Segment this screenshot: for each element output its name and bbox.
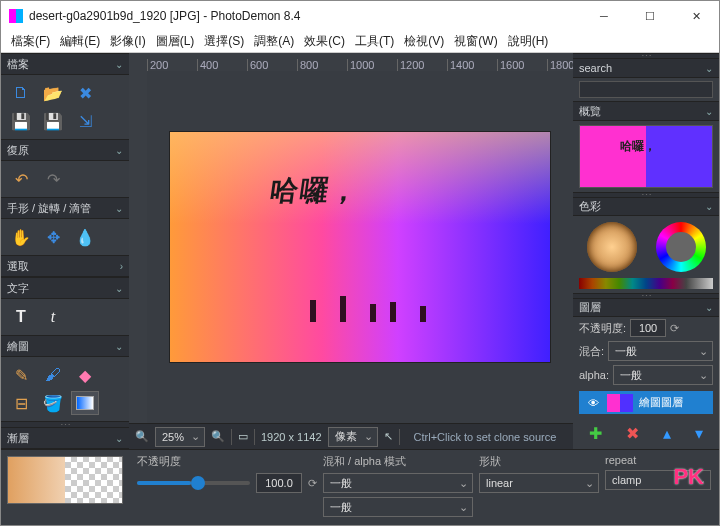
left-toolbox: 檔案⌄ 🗋 📂 ✖ 💾 💾 ⇲ 復原⌄ ↶ ↷ 手形 / 旋轉 / 滴管⌄ ✋ … <box>1 53 129 449</box>
delete-layer-button[interactable]: ✖ <box>626 424 639 443</box>
menu-effects[interactable]: 效果(C) <box>300 31 349 52</box>
gradient-tool[interactable] <box>71 391 99 415</box>
menu-adjust[interactable]: 調整(A) <box>250 31 298 52</box>
zoom-combo[interactable]: 25% <box>155 427 205 447</box>
zoom-in-button[interactable]: 🔍 <box>211 430 225 443</box>
undo-button[interactable]: ↶ <box>7 167 35 191</box>
eyedropper-tool[interactable]: 💧 <box>71 225 99 249</box>
layer-down-button[interactable]: ▾ <box>695 424 703 443</box>
layer-item[interactable]: 👁 繪圖圖層 <box>579 391 713 414</box>
gradient-panel-header[interactable]: 漸層⌄ <box>1 427 129 449</box>
save-as-button[interactable]: 💾 <box>39 109 67 133</box>
paint-panel-header[interactable]: 繪圖⌄ <box>1 335 129 357</box>
units-combo[interactable]: 像素 <box>328 427 378 447</box>
overview-panel-header[interactable]: 概覽⌄ <box>573 101 719 120</box>
chevron-down-icon: ⌄ <box>705 302 713 313</box>
opacity-slider[interactable]: ⟳ <box>137 473 317 493</box>
chevron-down-icon: ⌄ <box>115 59 123 70</box>
gradient-preview[interactable] <box>1 450 129 525</box>
color-swatches[interactable] <box>579 278 713 288</box>
tool-options-bar: 不透明度 ⟳ 混和 / alpha 模式 一般 一般 形狀 linear rep… <box>1 449 719 525</box>
chevron-down-icon: ⌄ <box>115 145 123 156</box>
color-panel-header[interactable]: 色彩⌄ <box>573 197 719 216</box>
repeat-label: repeat <box>605 454 711 466</box>
maximize-button[interactable]: ☐ <box>627 1 673 31</box>
menu-tools[interactable]: 工具(T) <box>351 31 398 52</box>
opacity-slider-icon[interactable]: ⟳ <box>670 322 679 335</box>
app-icon <box>9 9 23 23</box>
titlebar: desert-g0a2901b9d_1920 [JPG] - PhotoDemo… <box>1 1 719 31</box>
chevron-down-icon: ⌄ <box>705 106 713 117</box>
text-fancy-tool[interactable]: t <box>39 305 67 329</box>
chevron-down-icon: ⌄ <box>115 203 123 214</box>
blendmode-label: 混和 / alpha 模式 <box>323 454 473 469</box>
menu-file[interactable]: 檔案(F) <box>7 31 54 52</box>
chevron-down-icon: ⌄ <box>705 63 713 74</box>
select-panel-header[interactable]: 選取› <box>1 255 129 277</box>
ruler-vertical <box>129 71 147 423</box>
alpha-combo[interactable]: 一般 <box>613 365 713 385</box>
menu-edit[interactable]: 編輯(E) <box>56 31 104 52</box>
shape-label: 形狀 <box>479 454 599 469</box>
menu-view[interactable]: 檢視(V) <box>400 31 448 52</box>
redo-button[interactable]: ↷ <box>39 167 67 191</box>
layers-panel-header[interactable]: 圖層⌄ <box>573 298 719 317</box>
export-button[interactable]: ⇲ <box>71 109 99 133</box>
center-area: 20040060080010001200140016001800 哈囉， 🔍 2 <box>129 53 573 449</box>
nav-panel-header[interactable]: 手形 / 旋轉 / 滴管⌄ <box>1 197 129 219</box>
fit-button[interactable]: ▭ <box>238 430 248 443</box>
new-file-button[interactable]: 🗋 <box>7 81 35 105</box>
add-layer-button[interactable]: ✚ <box>589 424 602 443</box>
text-tool[interactable]: T <box>7 305 35 329</box>
eraser-tool[interactable]: ◆ <box>71 363 99 387</box>
layer-visibility-icon[interactable]: 👁 <box>585 397 601 409</box>
fill-tool[interactable]: 🪣 <box>39 391 67 415</box>
canvas[interactable]: 哈囉， <box>147 71 573 423</box>
blendmode-combo-1[interactable]: 一般 <box>323 473 473 493</box>
layer-opacity-label: 不透明度: <box>579 321 626 336</box>
undo-panel-header[interactable]: 復原⌄ <box>1 139 129 161</box>
layer-name: 繪圖圖層 <box>639 395 683 410</box>
open-file-button[interactable]: 📂 <box>39 81 67 105</box>
pencil-tool[interactable]: ✎ <box>7 363 35 387</box>
close-file-button[interactable]: ✖ <box>71 81 99 105</box>
shape-combo[interactable]: linear <box>479 473 599 493</box>
opacity-reset-icon[interactable]: ⟳ <box>308 477 317 490</box>
chevron-down-icon: ⌄ <box>705 201 713 212</box>
chevron-down-icon: ⌄ <box>115 341 123 352</box>
brush-tool[interactable]: 🖌 <box>39 363 67 387</box>
opacity-value-input[interactable] <box>256 473 302 493</box>
file-spacer <box>103 81 129 105</box>
file-panel-header[interactable]: 檔案⌄ <box>1 53 129 75</box>
zoom-out-button[interactable]: 🔍 <box>135 430 149 443</box>
file-spacer2 <box>103 109 129 133</box>
repeat-combo[interactable]: clamp <box>605 470 711 490</box>
menu-image[interactable]: 影像(I) <box>106 31 149 52</box>
save-button[interactable]: 💾 <box>7 109 35 133</box>
blendmode-combo-2[interactable]: 一般 <box>323 497 473 517</box>
stamp-tool[interactable]: ⊟ <box>7 391 35 415</box>
alpha-label: alpha: <box>579 369 609 381</box>
color-wheel-hue[interactable] <box>656 222 706 272</box>
blend-combo[interactable]: 一般 <box>608 341 713 361</box>
color-wheel-primary[interactable] <box>587 222 637 272</box>
search-input[interactable] <box>579 81 713 99</box>
close-button[interactable]: ✕ <box>673 1 719 31</box>
menu-layer[interactable]: 圖層(L) <box>152 31 199 52</box>
menu-select[interactable]: 選擇(S) <box>200 31 248 52</box>
layer-up-button[interactable]: ▴ <box>663 424 671 443</box>
text-panel-header[interactable]: 文字⌄ <box>1 277 129 299</box>
menu-window[interactable]: 視窗(W) <box>450 31 501 52</box>
ruler-horizontal: 20040060080010001200140016001800 <box>129 53 573 71</box>
menu-help[interactable]: 說明(H) <box>504 31 553 52</box>
overview-preview[interactable]: 哈囉， <box>579 125 713 188</box>
document-image[interactable]: 哈囉， <box>170 132 550 362</box>
hand-tool[interactable]: ✋ <box>7 225 35 249</box>
search-panel-header[interactable]: search⌄ <box>573 58 719 77</box>
canvas-text-overlay: 哈囉， <box>267 172 362 210</box>
move-tool[interactable]: ✥ <box>39 225 67 249</box>
app-body: 檔案⌄ 🗋 📂 ✖ 💾 💾 ⇲ 復原⌄ ↶ ↷ 手形 / 旋轉 / 滴管⌄ ✋ … <box>1 53 719 449</box>
layer-thumbnail <box>607 394 633 412</box>
minimize-button[interactable]: ─ <box>581 1 627 31</box>
layer-opacity-input[interactable] <box>630 319 666 337</box>
